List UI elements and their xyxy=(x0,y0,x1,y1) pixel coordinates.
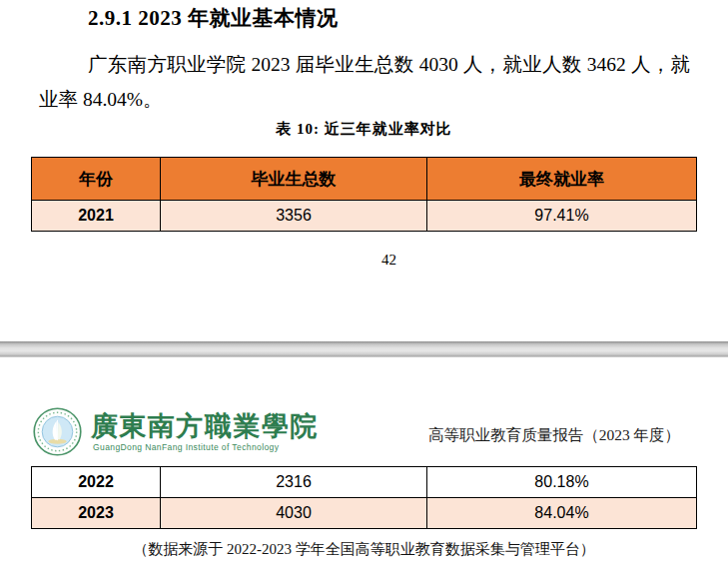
col-header-year: 年份 xyxy=(32,158,161,201)
school-logo: 廣東南方職業學院 GuangDong NanFang Institute of … xyxy=(33,407,319,456)
report-title: 高等职业教育质量报告（2023 年度） xyxy=(428,425,680,446)
col-header-rate: 最终就业率 xyxy=(427,158,697,201)
cell-graduates: 2316 xyxy=(161,467,427,498)
page-separator xyxy=(0,341,728,357)
table-header-row: 年份 毕业生总数 最终就业率 xyxy=(32,158,697,201)
cell-year: 2021 xyxy=(32,201,161,232)
cell-graduates: 4030 xyxy=(161,498,427,529)
table-row-2023: 2023 4030 84.04% xyxy=(32,498,697,529)
body-paragraph: 广东南方职业学院 2023 届毕业生总数 4030 人，就业人数 3462 人，… xyxy=(39,47,690,117)
page-number: 42 xyxy=(25,252,728,269)
table-caption: 表 10: 近三年就业率对比 xyxy=(0,120,728,139)
cell-rate: 80.18% xyxy=(427,467,697,498)
document-page-2: 廣東南方職業學院 GuangDong NanFang Institute of … xyxy=(0,357,728,568)
footer-note: （数据来源于 2022-2023 学年全国高等职业教育数据采集与管理平台） xyxy=(0,540,728,559)
cell-year: 2022 xyxy=(32,467,161,498)
cell-rate: 84.04% xyxy=(427,498,697,529)
school-name-zh: 廣東南方職業學院 xyxy=(91,412,319,440)
school-name-en: GuangDong NanFang Institute of Technolog… xyxy=(93,442,319,452)
section-heading: 2.9.1 2023 年就业基本情况 xyxy=(88,4,339,32)
col-header-graduates: 毕业生总数 xyxy=(161,158,427,201)
cell-graduates: 3356 xyxy=(161,201,427,232)
cell-rate: 97.41% xyxy=(427,201,697,232)
document-page-1: 2.9.1 2023 年就业基本情况 广东南方职业学院 2023 届毕业生总数 … xyxy=(0,0,728,341)
table-row-2021: 2021 3356 97.41% xyxy=(32,201,697,232)
cell-year: 2023 xyxy=(32,498,161,529)
table-row-2022: 2022 2316 80.18% xyxy=(32,467,697,498)
school-emblem-icon xyxy=(33,407,82,456)
employment-table-page2: 2022 2316 80.18% 2023 4030 84.04% xyxy=(31,466,697,529)
employment-table-page1: 年份 毕业生总数 最终就业率 2021 3356 97.41% xyxy=(31,157,697,232)
